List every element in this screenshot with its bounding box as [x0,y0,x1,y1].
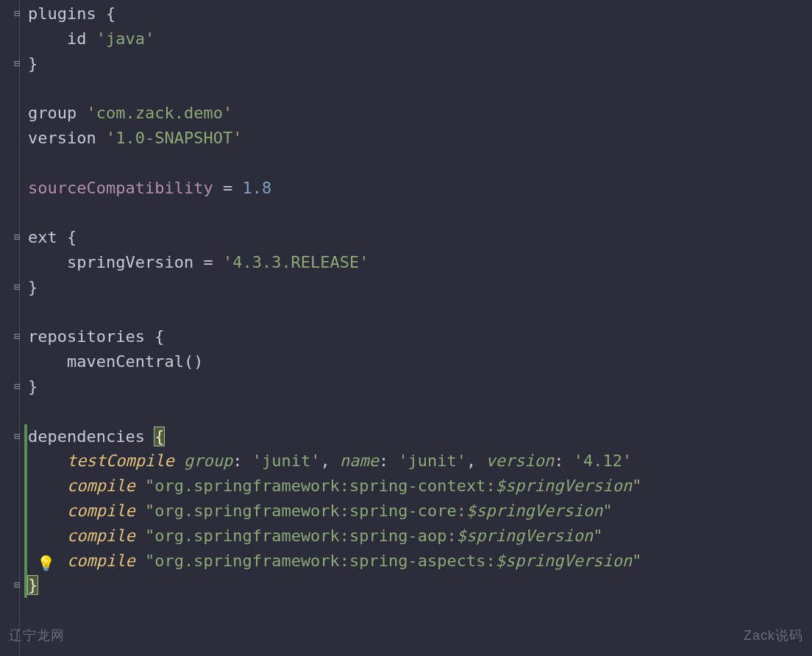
token-plain: = [213,179,243,197]
token-brace: { [67,228,76,246]
code-line[interactable]: } [28,275,38,300]
token-param: name [340,452,379,470]
token-plain [28,477,67,495]
token-callY: compile [67,527,135,545]
token-str: 'java' [96,29,154,48]
token-callY: compile [67,502,135,520]
code-line[interactable]: group 'com.zack.demo' [28,101,232,126]
token-plain: id [28,29,96,48]
token-brace: } [28,54,38,73]
gutter [0,0,22,656]
code-line[interactable]: id 'java' [28,26,154,51]
intention-bulb-icon[interactable]: 💡 [37,552,55,577]
token-plain [28,502,67,520]
token-plain: : [379,452,399,470]
code-line[interactable]: compile "org.springframework:spring-aop:… [28,524,602,549]
token-brace: { [106,4,115,23]
code-line[interactable]: compile "org.springframework:spring-aspe… [28,549,641,574]
fold-expand-icon[interactable] [13,332,21,341]
code-line[interactable]: testCompile group: 'junit', name: 'junit… [28,449,632,474]
token-plain [135,527,145,545]
token-brace: } [28,377,38,396]
change-marker [24,573,27,598]
token-plain: mavenCentral() [28,352,203,371]
token-callY: testCompile [67,452,174,470]
token-strI: $springVersion [466,502,602,520]
token-plain: repositories [28,327,154,346]
watermark-right: Zack说码 [744,624,803,649]
code-line[interactable]: } [28,374,38,399]
token-str: " [632,552,641,570]
change-marker [24,499,27,524]
fold-collapse-icon[interactable] [13,580,21,589]
token-str: '1.0-SNAPSHOT' [106,129,242,147]
token-str: '4.12' [574,452,632,470]
token-param: version [486,452,555,470]
change-marker [24,549,27,574]
code-line[interactable]: } [28,51,38,76]
token-plain: group [28,104,86,122]
token-plain: plugins [28,4,106,23]
fold-collapse-icon[interactable] [13,59,21,68]
token-str: "org.springframework:spring-aop: [145,527,457,545]
token-plain: : [232,452,252,470]
code-line[interactable]: compile "org.springframework:spring-cont… [28,474,641,499]
code-line[interactable]: mavenCentral() [28,349,203,374]
token-plain: , [466,452,486,470]
code-line[interactable]: } [28,573,38,598]
token-num: 1.8 [242,179,271,197]
token-plain: ext [28,228,67,246]
token-callY: compile [67,477,135,495]
token-brace: { [154,327,164,346]
token-str: "org.springframework:spring-core: [145,502,466,520]
code-line[interactable]: compile "org.springframework:spring-core… [28,499,613,524]
fold-collapse-icon[interactable] [13,382,21,391]
token-str: "org.springframework:spring-aspects: [145,552,496,570]
code-line[interactable]: dependencies { [28,424,164,449]
token-brace: } [28,278,38,296]
change-marker [24,474,27,499]
token-braceHi: } [28,576,38,594]
token-prop: sourceCompatibility [28,179,213,197]
token-str: '4.3.3.RELEASE' [223,253,369,271]
fold-expand-icon[interactable] [13,232,21,241]
code-line[interactable]: springVersion = '4.3.3.RELEASE' [28,250,369,275]
code-line[interactable]: ext { [28,225,76,250]
token-plain [135,552,145,570]
token-str: " [632,477,641,495]
token-plain [135,502,145,520]
token-str: "org.springframework:spring-context: [145,477,496,495]
token-str: 'junit' [398,452,466,470]
watermark-left: 辽宁龙网 [9,624,65,649]
token-str: " [593,527,602,545]
fold-expand-icon[interactable] [13,432,21,441]
token-braceHi: { [154,427,164,446]
token-strI: $springVersion [496,477,632,495]
token-plain [28,527,67,545]
token-strI: $springVersion [496,552,632,570]
token-str: " [602,502,612,520]
token-plain: version [28,129,106,147]
token-str: 'com.zack.demo' [86,104,232,122]
token-plain: dependencies [28,427,154,446]
token-str: 'junit' [252,452,321,470]
code-line[interactable]: sourceCompatibility = 1.8 [28,176,271,201]
token-plain [28,452,67,470]
code-line[interactable]: repositories { [28,324,164,349]
code-line[interactable]: version '1.0-SNAPSHOT' [28,126,242,151]
token-plain: springVersion = [28,253,223,271]
token-plain [135,477,145,495]
fold-collapse-icon[interactable] [13,282,21,291]
fold-expand-icon[interactable] [13,9,21,18]
change-marker [24,449,27,474]
fold-guide-line [19,0,20,656]
token-callY: compile [67,552,135,570]
token-plain: : [554,452,574,470]
token-param: group [184,452,232,470]
token-plain [174,452,184,470]
change-marker [24,524,27,549]
token-strI: $springVersion [457,527,593,545]
token-plain: , [320,452,340,470]
change-marker [24,424,27,449]
code-line[interactable]: plugins { [28,1,115,26]
